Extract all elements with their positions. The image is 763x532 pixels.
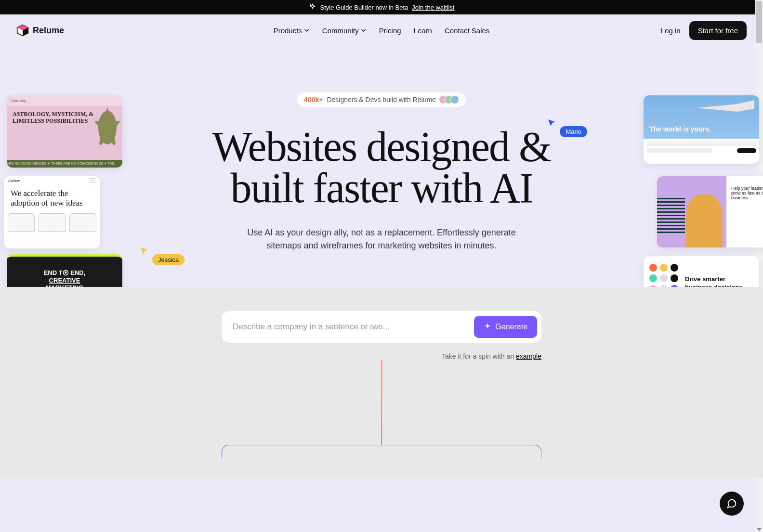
stripes-icon	[657, 197, 685, 233]
logo[interactable]: Relume	[16, 24, 64, 37]
portrait-icon	[98, 111, 117, 144]
phone-icon	[39, 213, 66, 232]
sparkle-icon	[309, 3, 316, 11]
thumbnail-astrology: Eliza Kelly ASTROLOGY, MYSTICISM, & LIMI…	[7, 95, 122, 168]
dot-icon	[649, 274, 657, 282]
prompt-section: Generate Take it for a spin with an exam…	[0, 287, 763, 478]
dot-icon	[649, 264, 657, 272]
dot-icon	[671, 274, 678, 282]
header: Relume Products Community Pricing Learn …	[0, 14, 763, 46]
thumbnail-jet: The world is yours.	[644, 95, 759, 164]
thumbnail-brand: Eliza Kelly	[11, 99, 26, 103]
collab-cursor-mario: Mario	[547, 118, 587, 137]
generate-label: Generate	[495, 323, 527, 331]
person-icon	[686, 195, 723, 247]
chevron-down-icon	[361, 27, 367, 33]
line: END T⦿ END,	[7, 269, 122, 277]
dot-icon	[660, 274, 668, 282]
cursor-icon	[547, 118, 557, 128]
announcement-bar: Style Guide Builder now in Beta Join the…	[0, 0, 763, 14]
line: CREATIVE	[7, 277, 122, 285]
avatar-stack	[442, 95, 459, 104]
dot-icon	[660, 264, 668, 272]
social-count: 400k+	[304, 96, 323, 104]
main-nav: Products Community Pricing Learn Contact…	[274, 26, 490, 35]
nav-learn[interactable]: Learn	[414, 26, 432, 35]
prompt-input[interactable]	[233, 315, 469, 338]
thumbnail-title: The world is yours.	[649, 126, 711, 133]
start-free-button[interactable]: Start for free	[689, 21, 747, 40]
thumbnail-header: Eliza Kelly	[7, 95, 122, 106]
phone-icon	[69, 213, 96, 232]
example-prefix: Take it for a spin with an	[442, 352, 516, 360]
jet-icon	[697, 98, 754, 117]
thumbnail-title: We accelerate the adoption of new ideas	[4, 185, 100, 211]
nav-community-label: Community	[322, 26, 359, 35]
pill-icon	[737, 148, 756, 153]
phone-icon	[8, 213, 35, 232]
social-text: Designers & Devs build with Relume	[327, 96, 435, 104]
hero-subtitle: Use AI as your design ally, not as a rep…	[247, 226, 516, 252]
prompt-box: Generate	[222, 311, 541, 343]
avatar-icon	[450, 95, 459, 104]
scroll-thumb[interactable]	[756, 1, 762, 43]
cursor-icon	[140, 247, 149, 256]
sparkle-icon	[484, 323, 491, 331]
nav-community[interactable]: Community	[322, 26, 367, 35]
collab-cursor-jessica: Jessica	[140, 247, 184, 265]
nav-contact[interactable]: Contact Sales	[445, 26, 489, 35]
nav-products[interactable]: Products	[274, 26, 310, 35]
thumbnail-headline: ASTROLOGY, MYSTICISM, & LIMITLESS POSSIB…	[13, 111, 98, 144]
nav-products-label: Products	[274, 26, 302, 35]
thumbnail-marquee: ARE NO COINCIDENCES ✦ THERE ARE NO COINC…	[7, 160, 122, 168]
header-actions: Log in Start for free	[661, 21, 747, 40]
hero-title: Websites designed & built faster with AI	[184, 126, 579, 209]
dot-icon	[671, 264, 678, 272]
example-link[interactable]: example	[516, 352, 541, 360]
cursor-label: Jessica	[152, 254, 184, 265]
flow-target-box	[222, 445, 541, 458]
chevron-down-icon	[304, 27, 310, 33]
thumbnail-text: Help your leaders grow as fast as the bu…	[726, 176, 763, 247]
announcement-link[interactable]: Join the waitlist	[412, 4, 454, 11]
hero-section: Eliza Kelly ASTROLOGY, MYSTICISM, & LIMI…	[0, 46, 763, 287]
login-link[interactable]: Log in	[661, 26, 681, 35]
announcement-text: Style Guide Builder now in Beta	[320, 4, 408, 11]
thumbnail-leaders: Help your leaders grow as fast as the bu…	[657, 176, 763, 247]
social-proof-pill: 400k+ Designers & Devs build with Relume	[297, 92, 466, 107]
thumbnail-listiflow: Listiflow— We accelerate the adoption of…	[4, 176, 100, 248]
generate-button[interactable]: Generate	[474, 316, 537, 338]
cursor-label: Mario	[560, 126, 587, 137]
flow-stem	[382, 360, 382, 445]
nav-pricing[interactable]: Pricing	[379, 26, 401, 35]
thumbnail-button-icon: —	[89, 178, 96, 183]
example-hint: Take it for a spin with an example	[222, 352, 541, 360]
logo-cube-icon	[16, 24, 29, 37]
thumbnail-brand: Listiflow	[8, 179, 20, 182]
brand-name: Relume	[33, 26, 64, 36]
